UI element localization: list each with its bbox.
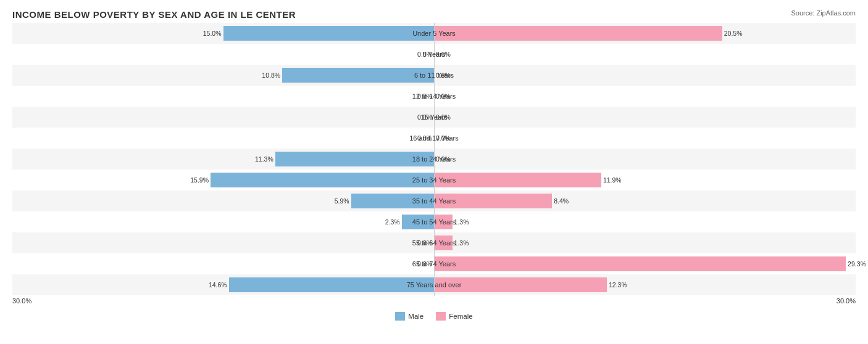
male-bar: [223, 26, 435, 41]
row-label: 45 to 54 Years: [412, 218, 456, 226]
legend-female-box: [436, 312, 446, 321]
female-value-label: 29.3%: [848, 260, 866, 268]
female-bar: [434, 26, 722, 41]
female-value-label: 8.4%: [554, 197, 569, 205]
male-bar: [282, 68, 434, 83]
row-label: 65 to 74 Years: [412, 260, 456, 268]
legend-female-label: Female: [449, 313, 472, 320]
male-value-label: 11.3%: [255, 155, 273, 163]
male-value-label: 5.9%: [335, 197, 349, 205]
chart-title: INCOME BELOW POVERTY BY SEX AND AGE IN L…: [12, 9, 856, 20]
female-value-label: 12.3%: [609, 281, 627, 289]
row-label: 6 to 11 Years: [414, 72, 454, 79]
male-value-label: 10.8%: [262, 72, 280, 79]
male-bar: [275, 152, 434, 166]
female-value-label: 1.3%: [454, 218, 469, 226]
axis-label-right: 30.0%: [837, 297, 856, 305]
axis-labels: 30.0% 30.0%: [12, 297, 856, 308]
axis-label-left: 30.0%: [12, 297, 31, 305]
male-value-label: 2.3%: [385, 218, 400, 226]
row-label: Under 5 Years: [412, 30, 456, 37]
row-label: 5 Years: [423, 51, 446, 58]
row-label: 35 to 44 Years: [412, 197, 456, 205]
female-bar: [434, 173, 601, 187]
female-value-label: 20.5%: [724, 30, 743, 37]
legend-male-box: [395, 312, 405, 321]
male-value-label: 15.9%: [190, 176, 209, 184]
chart-area: 15.0%Under 5 Years20.5%0.0%5 Years0.0%10…: [12, 23, 856, 296]
row-label: 12 to 14 Years: [412, 92, 456, 100]
row-label: 75 Years and over: [407, 281, 462, 289]
legend-male: Male: [395, 312, 424, 321]
male-value-label: 14.6%: [209, 281, 227, 289]
row-label: 18 to 24 Years: [412, 155, 456, 163]
female-value-label: 11.9%: [603, 176, 622, 184]
female-bar: [434, 256, 846, 271]
row-label: 15 Years: [421, 113, 448, 121]
chart-container: INCOME BELOW POVERTY BY SEX AND AGE IN L…: [0, 0, 868, 344]
row-label: 55 to 64 Years: [412, 239, 456, 247]
female-value-label: 1.3%: [454, 239, 469, 247]
row-label: 25 to 34 Years: [412, 176, 456, 184]
legend: Male Female: [12, 312, 856, 321]
male-value-label: 15.0%: [203, 30, 222, 37]
source-text: Source: ZipAtlas.com: [791, 9, 856, 17]
male-bar: [211, 173, 434, 187]
legend-male-label: Male: [408, 313, 424, 320]
row-label: 16 and 17 Years: [409, 134, 459, 142]
male-bar: [229, 277, 434, 292]
legend-female: Female: [436, 312, 472, 321]
